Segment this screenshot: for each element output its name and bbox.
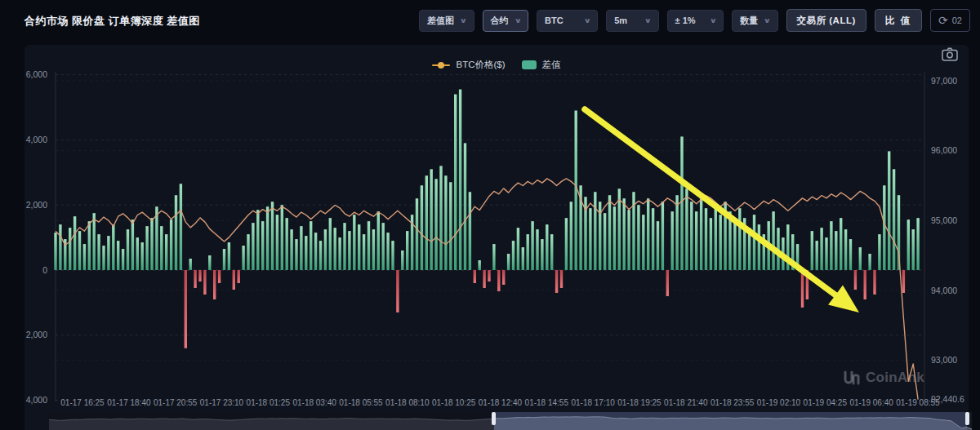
chevron-down-icon: ∨ [644,17,652,24]
diff-bar-marker-icon [522,60,537,69]
select-chart-type[interactable]: 差值图 ∨ [419,10,474,32]
chevron-down-icon: ∨ [583,17,590,24]
select-depth-range[interactable]: ± 1% ∨ [667,10,724,32]
camera-icon[interactable] [939,47,960,64]
chart-legend: BTC价格($) 差值 [24,59,969,71]
refresh-icon: ⟳ [938,15,948,26]
select-market-type[interactable]: 合约 ∨ [483,10,529,32]
chart-panel [24,45,969,430]
chevron-down-icon: ∨ [764,17,771,24]
chevron-down-icon: ∨ [514,17,521,24]
coinank-logo-icon [841,368,861,388]
price-line-marker-icon [432,64,450,66]
select-interval[interactable]: 5m ∨ [606,10,658,32]
coinank-watermark: CoinAnk [841,368,924,388]
refresh-countdown: 02 [952,16,962,25]
chevron-down-icon: ∨ [460,17,467,24]
toolbar: 差值图 ∨ 合约 ∨ BTC ∨ 5m ∨ ± 1% ∨ 数量 ∨ 交易所 (A… [419,9,970,32]
navigator-handle-left[interactable] [492,412,496,425]
top-bar: 合约市场 限价盘 订单簿深度 差值图 差值图 ∨ 合约 ∨ BTC ∨ 5m ∨… [0,0,980,41]
page-title: 合约市场 限价盘 订单簿深度 差值图 [24,14,200,29]
legend-btc-price[interactable]: BTC价格($) [432,59,505,71]
legend-diff[interactable]: 差值 [522,59,561,71]
select-symbol[interactable]: BTC ∨ [537,10,598,32]
exchange-button[interactable]: 交易所 (ALL) [786,9,866,32]
refresh-button[interactable]: ⟳ 02 [930,9,970,32]
navigator-handle-right[interactable] [965,412,969,425]
select-amount-mode[interactable]: 数量 ∨ [732,10,778,32]
chevron-down-icon: ∨ [709,17,716,24]
ratio-button[interactable]: 比 值 [875,9,922,32]
